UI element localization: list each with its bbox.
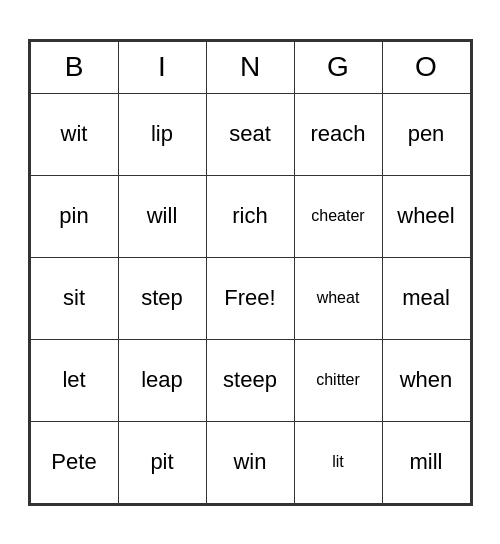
cell-1-4: wheel xyxy=(382,175,470,257)
cell-3-4: when xyxy=(382,339,470,421)
cell-3-0: let xyxy=(30,339,118,421)
cell-2-1: step xyxy=(118,257,206,339)
cell-2-3: wheat xyxy=(294,257,382,339)
cell-3-2: steep xyxy=(206,339,294,421)
col-o: O xyxy=(382,41,470,93)
cell-0-4: pen xyxy=(382,93,470,175)
header-row: B I N G O xyxy=(30,41,470,93)
table-row: pinwillrichcheaterwheel xyxy=(30,175,470,257)
cell-4-2: win xyxy=(206,421,294,503)
col-g: G xyxy=(294,41,382,93)
bingo-card: B I N G O witlipseatreachpenpinwillrichc… xyxy=(28,39,473,506)
table-row: letleapsteepchitterwhen xyxy=(30,339,470,421)
cell-1-0: pin xyxy=(30,175,118,257)
cell-0-0: wit xyxy=(30,93,118,175)
col-n: N xyxy=(206,41,294,93)
cell-3-3: chitter xyxy=(294,339,382,421)
cell-4-4: mill xyxy=(382,421,470,503)
cell-1-3: cheater xyxy=(294,175,382,257)
cell-4-3: lit xyxy=(294,421,382,503)
cell-4-1: pit xyxy=(118,421,206,503)
col-i: I xyxy=(118,41,206,93)
cell-0-3: reach xyxy=(294,93,382,175)
cell-0-2: seat xyxy=(206,93,294,175)
cell-0-1: lip xyxy=(118,93,206,175)
table-row: witlipseatreachpen xyxy=(30,93,470,175)
table-row: Petepitwinlitmill xyxy=(30,421,470,503)
cell-1-2: rich xyxy=(206,175,294,257)
col-b: B xyxy=(30,41,118,93)
cell-3-1: leap xyxy=(118,339,206,421)
table-row: sitstepFree!wheatmeal xyxy=(30,257,470,339)
cell-4-0: Pete xyxy=(30,421,118,503)
cell-2-0: sit xyxy=(30,257,118,339)
cell-1-1: will xyxy=(118,175,206,257)
cell-2-4: meal xyxy=(382,257,470,339)
cell-2-2: Free! xyxy=(206,257,294,339)
